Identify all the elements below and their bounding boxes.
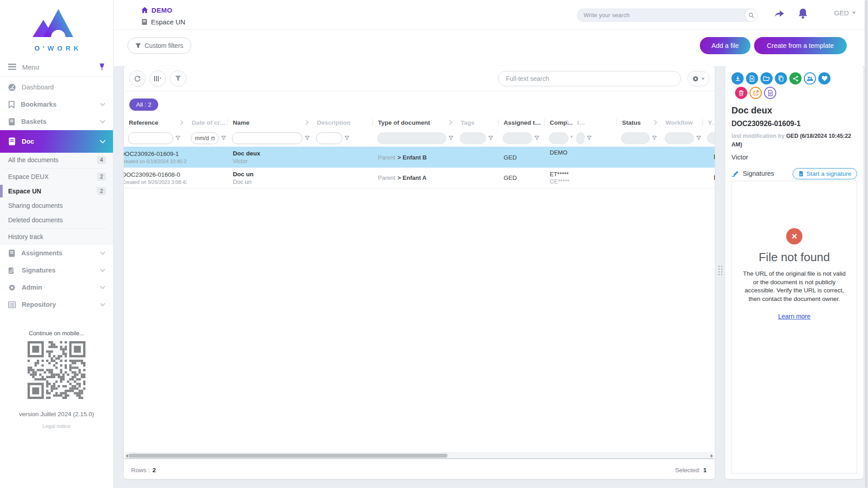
add-file-button[interactable]: Add a file <box>700 37 750 54</box>
permissions-button[interactable] <box>804 72 816 84</box>
column-header-status[interactable]: Status <box>617 115 660 130</box>
sidebar-item-bookmarks[interactable]: Bookmarks <box>0 96 113 113</box>
row-created: Created on 6/18/2024 10:45:22 AM <box>124 159 187 164</box>
column-header-y[interactable]: Y… <box>703 115 715 130</box>
search-icon[interactable] <box>745 9 758 22</box>
bell-icon[interactable] <box>797 8 808 19</box>
fulltext-search[interactable] <box>498 71 681 86</box>
global-search-input[interactable] <box>577 12 745 19</box>
status-filter[interactable] <box>621 132 650 144</box>
copy-button[interactable] <box>775 72 787 84</box>
columns-button[interactable] <box>150 70 166 87</box>
column-header-reference[interactable]: Reference <box>124 115 187 130</box>
page-scrollbar-thumb[interactable] <box>865 0 868 488</box>
workflow-filter[interactable] <box>665 132 694 144</box>
upload-version-button[interactable] <box>746 72 758 84</box>
column-header-date[interactable]: Date of cr… <box>187 115 228 130</box>
legal-notice-link[interactable]: Legal notice <box>0 423 113 429</box>
assigned-filter[interactable] <box>503 132 532 144</box>
open-folder-button[interactable] <box>760 72 773 84</box>
table-row[interactable]: A DOC230926-01608-0 Created on 9/26/2023… <box>124 168 715 188</box>
gear-icon <box>8 284 16 291</box>
sidebar-item-espace-un[interactable]: Espace UN 2 <box>0 184 113 198</box>
funnel-icon[interactable] <box>305 136 310 141</box>
sidebar-item-baskets[interactable]: Baskets <box>0 113 113 130</box>
funnel-icon[interactable] <box>587 136 592 141</box>
funnel-icon[interactable] <box>344 136 349 141</box>
document-info-button[interactable] <box>764 87 776 99</box>
sidebar-item-signatures[interactable]: Signatures <box>0 262 113 279</box>
name-filter-input[interactable] <box>236 135 298 141</box>
start-signature-button[interactable]: Start a signature <box>793 168 857 179</box>
funnel-icon[interactable] <box>696 136 701 141</box>
scrollbar-thumb[interactable] <box>128 454 448 458</box>
date-filter[interactable] <box>191 132 219 144</box>
download-button[interactable] <box>731 72 744 84</box>
sidebar-item-repository[interactable]: Repository <box>0 296 113 313</box>
scroll-right-arrow-icon[interactable] <box>711 454 713 458</box>
menu-toggle[interactable]: Menu <box>0 59 113 75</box>
funnel-icon[interactable] <box>221 136 226 141</box>
breadcrumb-page-row: Espace UN <box>141 17 185 27</box>
column-header-assigned[interactable]: Assigned t… <box>499 115 545 130</box>
company-cell: ET***** CE***** <box>545 168 572 188</box>
column-header-type[interactable]: Type of document <box>373 115 456 130</box>
breadcrumb-root-row[interactable]: DEMO <box>141 5 185 15</box>
funnel-icon[interactable] <box>652 136 657 141</box>
column-header-description[interactable]: Description <box>312 115 373 130</box>
custom-filters-button[interactable]: Custom filters <box>127 38 191 54</box>
open-external-button[interactable] <box>750 87 762 99</box>
table-settings-button[interactable] <box>688 71 709 86</box>
horizontal-scrollbar[interactable] <box>125 452 714 459</box>
y-filter[interactable] <box>707 132 715 144</box>
pin-icon[interactable] <box>99 63 105 70</box>
sidebar-item-assignments[interactable]: Assignments <box>0 244 113 262</box>
funnel-icon[interactable] <box>175 136 180 141</box>
filter-tab-all[interactable]: All : 2 <box>129 99 158 111</box>
user-menu[interactable]: GED <box>834 9 856 17</box>
description-filter[interactable] <box>316 132 342 144</box>
funnel-icon[interactable] <box>488 136 493 141</box>
sidebar-item-admin[interactable]: Admin <box>0 279 113 296</box>
column-header-name[interactable]: Name <box>228 115 312 130</box>
type-filter[interactable] <box>377 132 446 144</box>
column-header-tags[interactable]: Tags <box>456 115 499 130</box>
scroll-left-arrow-icon[interactable] <box>126 454 128 458</box>
sidebar-item-dashboard[interactable]: Dashboard <box>0 79 113 96</box>
fulltext-search-input[interactable] <box>499 75 680 82</box>
y-cell: E <box>703 168 715 188</box>
date-filter-input[interactable] <box>195 135 209 141</box>
global-search[interactable] <box>577 9 758 22</box>
sidebar-item-history-track[interactable]: History track <box>0 230 113 244</box>
tags-filter[interactable] <box>460 132 486 144</box>
description-filter-input[interactable] <box>320 135 338 141</box>
column-header-workflow[interactable]: Workflow <box>660 115 703 130</box>
refresh-button[interactable] <box>129 70 146 87</box>
column-header-comp[interactable]: Comp… <box>545 115 572 130</box>
share-forward-icon[interactable] <box>774 8 785 19</box>
name-filter[interactable] <box>232 132 302 144</box>
table-row[interactable]: w DOC230926-01609-1 Created on 6/18/2024… <box>124 147 715 168</box>
row-reference: DOC230926-01609-1 <box>124 150 187 157</box>
create-from-template-button[interactable]: Create from a template <box>754 37 847 54</box>
sidebar-item-all-documents[interactable]: All the documents 4 <box>0 153 113 167</box>
sidebar-item-espace-deux[interactable]: Espace DEUX 2 <box>0 169 113 184</box>
funnel-icon[interactable] <box>534 136 539 141</box>
reference-filter-input[interactable] <box>132 135 169 141</box>
i-filter[interactable] <box>576 132 585 144</box>
sidebar-item-deleted-documents[interactable]: Deleted documents <box>0 213 113 227</box>
sidebar-item-doc[interactable]: Doc <box>0 130 113 153</box>
page-scrollbar[interactable] <box>864 0 868 488</box>
reference-filter[interactable] <box>128 132 173 144</box>
comp-filter[interactable] <box>549 132 568 144</box>
filter-button[interactable] <box>170 70 186 87</box>
learn-more-link[interactable]: Learn more <box>778 313 811 320</box>
calendar-icon[interactable] <box>211 136 215 141</box>
delete-button[interactable] <box>735 87 747 99</box>
column-header-i[interactable]: I… <box>572 115 617 130</box>
share-button[interactable] <box>789 72 802 84</box>
favorite-button[interactable] <box>818 72 830 84</box>
sidebar-item-sharing-documents[interactable]: Sharing documents <box>0 198 113 213</box>
panel-resize-handle[interactable] <box>718 266 722 275</box>
funnel-icon[interactable] <box>448 136 453 141</box>
